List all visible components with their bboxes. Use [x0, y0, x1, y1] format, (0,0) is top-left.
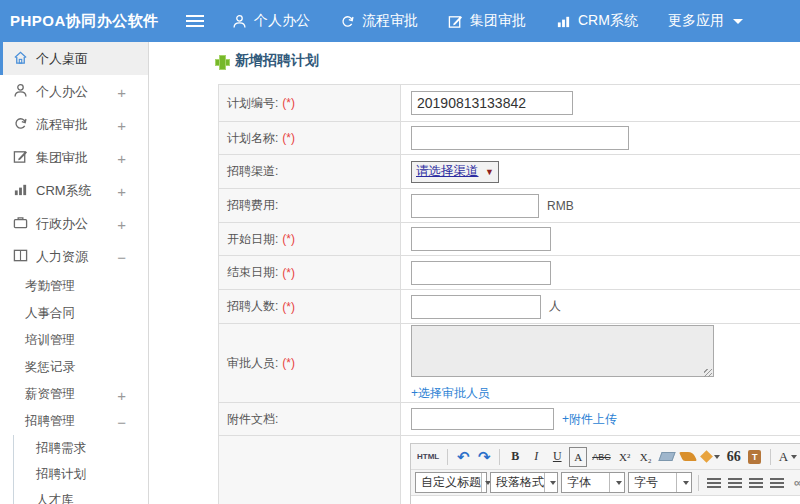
italic-button[interactable]: I	[527, 447, 545, 467]
clipboard-icon: T	[748, 450, 761, 464]
form-row: 招聘人数: (*) 人	[219, 290, 800, 324]
attachment-label: 附件文档:	[219, 403, 401, 435]
auto-typeset-button[interactable]	[700, 447, 722, 467]
chart-icon	[556, 14, 571, 29]
sidebar-item-recruit-plan[interactable]: 招聘计划	[14, 461, 148, 487]
nav-item-crm[interactable]: CRM系统	[556, 12, 638, 30]
hamburger-menu-icon[interactable]	[186, 15, 204, 28]
select-approver-link[interactable]: +选择审批人员	[411, 385, 490, 402]
underline-button[interactable]: U	[548, 447, 566, 467]
approver-textarea[interactable]	[411, 325, 714, 377]
undo-button[interactable]: ↶	[454, 447, 472, 467]
strikethrough-button[interactable]: ABC	[590, 447, 613, 467]
font-style-button[interactable]: A	[569, 447, 587, 467]
align-left-button[interactable]	[705, 473, 723, 493]
redo-button[interactable]: ↷	[475, 447, 493, 467]
sidebar-item-salary[interactable]: 薪资管理 +	[0, 381, 148, 408]
sidebar-item-attendance[interactable]: 考勤管理	[0, 273, 148, 300]
select-arrow-icon	[609, 473, 624, 492]
sidebar-item-admin-office[interactable]: 行政办公 +	[0, 207, 148, 240]
sidebar-item-recruit-demand[interactable]: 招聘需求	[14, 435, 148, 461]
editor-toolbar-row2: 自定义标题 段落格式 字体 字号 ∞ ∞	[411, 470, 800, 496]
required-mark: (*)	[282, 232, 295, 246]
sidebar-item-personal-office[interactable]: 个人办公 +	[0, 75, 148, 108]
start-date-label: 开始日期: (*)	[219, 223, 401, 255]
sidebar-item-personal-desktop[interactable]: 个人桌面	[0, 42, 148, 75]
recruit-channel-select[interactable]: 请选择渠道 ▼	[411, 161, 499, 183]
attachment-upload-link[interactable]: +附件上传	[562, 411, 617, 428]
font-family-select[interactable]: 字体	[561, 472, 625, 493]
form-row: 计划名称: (*)	[219, 122, 800, 155]
custom-heading-select[interactable]: 自定义标题	[415, 472, 487, 493]
currency-suffix: RMB	[547, 199, 574, 213]
sidebar-item-hr[interactable]: 人力资源 −	[0, 240, 148, 273]
subscript-button[interactable]: X₂	[637, 447, 655, 467]
paste-button[interactable]: T	[746, 447, 764, 467]
required-mark: (*)	[282, 266, 295, 280]
recruit-fee-input[interactable]	[411, 194, 539, 218]
form-row: 结束日期: (*)	[219, 256, 800, 290]
sidebar-item-recruit-mgmt[interactable]: 招聘管理 −	[0, 408, 148, 435]
eraser-button[interactable]	[658, 447, 676, 467]
font-size-select[interactable]: 字号	[628, 472, 692, 493]
book-icon	[13, 248, 28, 266]
plan-name-input[interactable]	[411, 126, 629, 150]
font-color-button[interactable]: A	[777, 447, 799, 467]
top-bar: PHPOA协同办公软件 个人办公 流程审批 集团审批 CRM系统 更多应用	[0, 0, 800, 42]
nav-item-personal-office[interactable]: 个人办公	[232, 12, 310, 30]
insert-link-button[interactable]: ∞	[789, 473, 800, 493]
headcount-input[interactable]	[411, 295, 541, 319]
nav-item-more-apps[interactable]: 更多应用	[668, 12, 743, 30]
editor-content-area[interactable]	[411, 496, 800, 504]
start-date-input[interactable]	[411, 227, 551, 251]
plan-number-input[interactable]	[411, 91, 573, 115]
sidebar-item-rewards[interactable]: 奖惩记录	[0, 354, 148, 381]
end-date-label: 结束日期: (*)	[219, 256, 401, 289]
end-date-input[interactable]	[411, 261, 551, 285]
sidebar-item-process-approval[interactable]: 流程审批 +	[0, 108, 148, 141]
align-justify-button[interactable]	[768, 473, 786, 493]
bold-button[interactable]: B	[506, 447, 524, 467]
attachment-input[interactable]	[411, 408, 554, 430]
blockquote-button[interactable]: 66	[725, 447, 743, 467]
select-arrow-icon	[676, 473, 691, 492]
superscript-button[interactable]: X²	[616, 447, 634, 467]
user-icon	[232, 14, 247, 29]
home-icon	[13, 50, 28, 68]
nav-label: CRM系统	[578, 12, 638, 30]
sidebar-item-label: 集团审批	[36, 149, 88, 167]
sidebar-item-group-approval[interactable]: 集团审批 +	[0, 141, 148, 174]
html-source-button[interactable]: HTML	[415, 447, 441, 467]
app-window: PHPOA协同办公软件 个人办公 流程审批 集团审批 CRM系统 更多应用	[0, 0, 800, 504]
align-center-button[interactable]	[726, 473, 744, 493]
required-mark: (*)	[282, 131, 295, 145]
sidebar-item-talent-pool[interactable]: 人才库	[14, 487, 148, 504]
select-arrow-icon: ▼	[485, 167, 494, 177]
plus-icon	[215, 55, 228, 68]
caret-down-icon	[733, 19, 743, 24]
sidebar-item-crm[interactable]: CRM系统 +	[0, 174, 148, 207]
required-mark: (*)	[282, 300, 295, 314]
align-right-button[interactable]	[747, 473, 765, 493]
recruit-channel-label: 招聘渠道:	[219, 155, 401, 188]
sidebar-subitem-label: 培训管理	[25, 332, 75, 349]
sidebar-subitem-label: 奖惩记录	[25, 359, 75, 376]
briefcase-icon	[13, 215, 28, 233]
sidebar-item-label: 流程审批	[36, 116, 88, 134]
paragraph-format-select[interactable]: 段落格式	[490, 472, 558, 493]
page-title: 新增招聘计划	[215, 52, 319, 70]
expand-plus-icon: +	[117, 386, 126, 403]
approver-label: 审批人员: (*)	[219, 324, 401, 402]
toolbar-separator	[499, 449, 500, 465]
nav-item-process-approval[interactable]: 流程审批	[340, 12, 418, 30]
chart-icon	[13, 182, 28, 200]
sidebar-item-hr-contract[interactable]: 人事合同	[0, 300, 148, 327]
sidebar-item-label: 个人办公	[36, 83, 88, 101]
form-row: 招聘费用: RMB	[219, 189, 800, 223]
nav-item-group-approval[interactable]: 集团审批	[448, 12, 526, 30]
sidebar-item-training[interactable]: 培训管理	[0, 327, 148, 354]
resize-grip[interactable]	[704, 369, 712, 377]
format-brush-button[interactable]	[679, 447, 697, 467]
sidebar-item-label: CRM系统	[36, 182, 92, 200]
sidebar-subitem-label: 人才库	[36, 492, 74, 504]
